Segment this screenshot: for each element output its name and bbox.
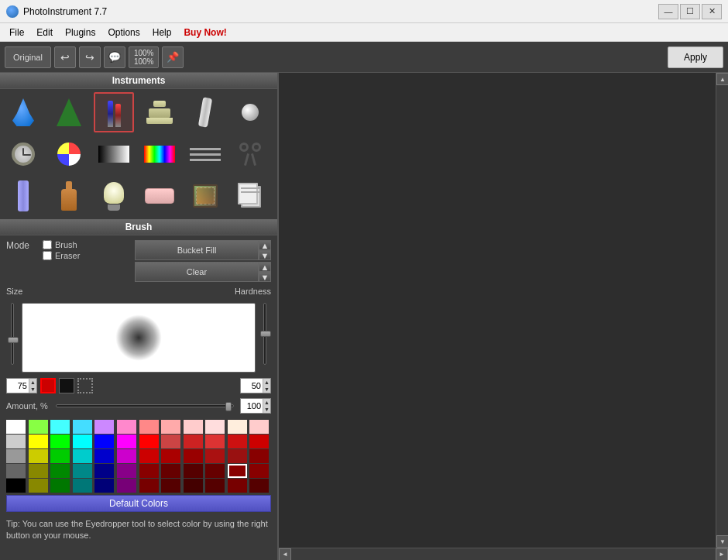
palette-cell[interactable] <box>117 449 136 463</box>
palette-cell[interactable] <box>117 435 136 448</box>
pin-button[interactable]: 📌 <box>162 46 184 68</box>
hardness-slider-thumb[interactable] <box>260 331 271 337</box>
amount-slider-thumb[interactable] <box>225 402 232 411</box>
transparent-swatch[interactable] <box>77 378 93 393</box>
bucket-fill-button[interactable]: Bucket Fill <box>135 240 259 260</box>
palette-cell[interactable] <box>205 420 225 434</box>
palette-cell[interactable] <box>249 449 269 463</box>
hardness-slider[interactable] <box>259 303 271 373</box>
size-slider-track[interactable] <box>11 303 14 365</box>
palette-cell[interactable] <box>50 449 70 463</box>
clear-button[interactable]: Clear <box>135 262 259 282</box>
palette-cell[interactable] <box>117 479 136 493</box>
palette-cell[interactable] <box>50 464 70 478</box>
palette-cell[interactable] <box>184 479 203 493</box>
palette-cell[interactable] <box>161 479 180 493</box>
palette-cell[interactable] <box>94 479 114 493</box>
amount-input[interactable] <box>241 399 263 413</box>
palette-cell[interactable] <box>184 464 203 478</box>
palette-cell[interactable] <box>29 479 48 493</box>
scroll-up-button[interactable]: ▲ <box>716 73 728 85</box>
palette-cell[interactable] <box>205 449 225 463</box>
hardness-spin-down[interactable]: ▼ <box>263 386 270 393</box>
palette-cell[interactable] <box>73 420 92 434</box>
palette-cell[interactable] <box>184 420 203 434</box>
instrument-pencils[interactable] <box>94 92 134 132</box>
size-slider[interactable] <box>6 303 19 373</box>
undo-button[interactable]: ↩ <box>54 46 76 68</box>
instrument-rainbow[interactable] <box>139 134 180 174</box>
instrument-bottle[interactable] <box>49 176 89 216</box>
hardness-input[interactable] <box>241 379 263 393</box>
speech-button[interactable]: 💬 <box>104 46 125 68</box>
instrument-bulb[interactable] <box>94 176 134 216</box>
palette-cell[interactable] <box>205 479 225 493</box>
palette-cell[interactable] <box>249 435 269 448</box>
instrument-drop[interactable] <box>3 92 43 132</box>
eraser-checkbox[interactable] <box>43 251 52 260</box>
instrument-scissors[interactable] <box>230 134 270 174</box>
instrument-pages[interactable] <box>230 176 270 216</box>
palette-cell[interactable] <box>117 464 136 478</box>
scroll-down-button[interactable]: ▼ <box>716 535 728 548</box>
palette-cell[interactable] <box>184 435 203 448</box>
instrument-ball[interactable] <box>230 92 270 132</box>
bucket-scroll-up[interactable]: ▲ <box>259 240 271 250</box>
palette-cell[interactable] <box>161 464 180 478</box>
hardness-slider-track[interactable] <box>263 303 266 365</box>
instrument-tube[interactable] <box>185 92 225 132</box>
palette-cell[interactable] <box>249 479 269 493</box>
palette-cell[interactable] <box>161 420 180 434</box>
size-input[interactable] <box>7 379 29 393</box>
palette-cell[interactable] <box>117 420 136 434</box>
instrument-box[interactable] <box>185 176 225 216</box>
instrument-gradient[interactable] <box>94 134 134 174</box>
palette-cell[interactable] <box>73 479 92 493</box>
palette-cell[interactable] <box>94 464 114 478</box>
palette-cell[interactable] <box>139 464 159 478</box>
bucket-scroll-down[interactable]: ▼ <box>259 250 271 260</box>
palette-cell[interactable] <box>139 435 159 448</box>
palette-cell[interactable] <box>50 420 70 434</box>
instrument-watch[interactable] <box>3 134 43 174</box>
palette-cell[interactable] <box>29 449 48 463</box>
size-spin-down[interactable]: ▼ <box>29 386 36 393</box>
canvas-area[interactable] <box>279 73 716 548</box>
palette-cell[interactable] <box>228 449 247 463</box>
scrollbar-track[interactable] <box>716 85 728 535</box>
background-color-swatch[interactable] <box>59 378 74 393</box>
default-colors-button[interactable]: Default Colors <box>6 495 271 512</box>
menu-options[interactable]: Options <box>101 24 146 41</box>
instrument-tube2[interactable] <box>3 176 43 216</box>
instrument-lines[interactable] <box>185 134 225 174</box>
menu-help[interactable]: Help <box>146 24 178 41</box>
scroll-left-button[interactable]: ◄ <box>279 548 291 561</box>
minimize-button[interactable]: — <box>658 4 678 19</box>
instrument-stamp[interactable] <box>139 92 180 132</box>
palette-cell[interactable] <box>50 435 70 448</box>
h-scroll-track[interactable] <box>291 548 716 560</box>
instrument-tree[interactable] <box>49 92 89 132</box>
amount-spin-down[interactable]: ▼ <box>263 406 270 413</box>
palette-cell[interactable] <box>29 464 48 478</box>
palette-cell[interactable] <box>6 420 26 434</box>
palette-cell[interactable] <box>29 435 48 448</box>
instrument-eraser[interactable] <box>139 176 180 216</box>
maximize-button[interactable]: ☐ <box>680 4 700 19</box>
palette-cell[interactable] <box>139 449 159 463</box>
amount-slider[interactable] <box>56 404 234 407</box>
palette-cell[interactable] <box>205 435 225 448</box>
palette-cell[interactable] <box>184 449 203 463</box>
palette-cell[interactable] <box>205 464 225 478</box>
palette-cell[interactable] <box>94 449 114 463</box>
palette-cell[interactable] <box>139 479 159 493</box>
palette-cell[interactable] <box>73 435 92 448</box>
foreground-color-swatch[interactable] <box>40 378 56 393</box>
palette-cell[interactable] <box>6 464 26 478</box>
palette-cell[interactable] <box>94 435 114 448</box>
palette-cell[interactable] <box>6 435 26 448</box>
palette-cell[interactable] <box>50 479 70 493</box>
clear-scroll-down[interactable]: ▼ <box>259 272 271 282</box>
menu-file[interactable]: File <box>3 24 30 41</box>
palette-cell[interactable] <box>6 449 26 463</box>
